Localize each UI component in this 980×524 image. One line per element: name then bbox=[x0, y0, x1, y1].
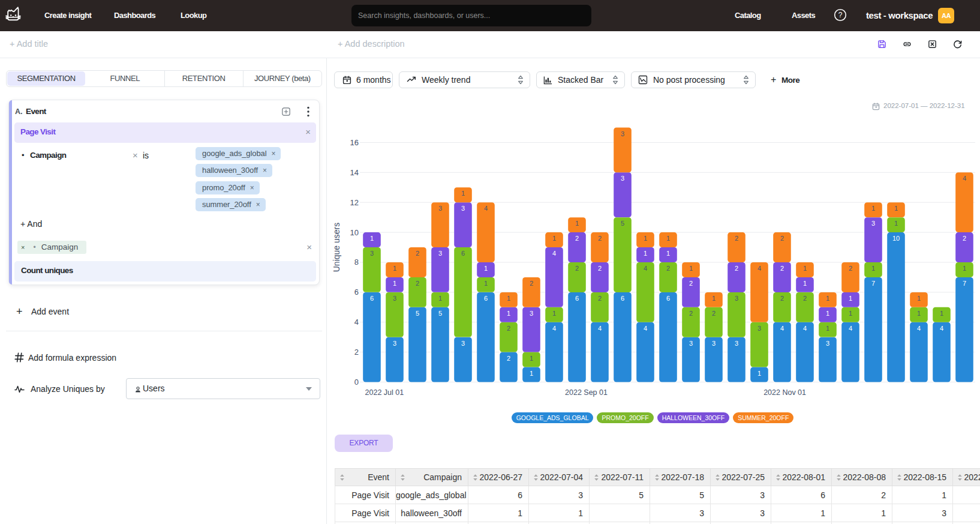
svg-text:2: 2 bbox=[507, 325, 510, 332]
svg-text:2: 2 bbox=[666, 265, 670, 272]
svg-text:1: 1 bbox=[552, 235, 556, 242]
svg-text:1: 1 bbox=[666, 250, 670, 257]
svg-text:3: 3 bbox=[757, 325, 761, 332]
svg-text:10: 10 bbox=[892, 235, 900, 242]
svg-text:10: 10 bbox=[350, 228, 359, 237]
svg-text:4: 4 bbox=[598, 325, 602, 332]
svg-text:4: 4 bbox=[849, 325, 852, 332]
svg-text:1: 1 bbox=[507, 295, 510, 302]
svg-text:1: 1 bbox=[871, 265, 875, 272]
svg-text:1: 1 bbox=[530, 355, 533, 362]
svg-text:3: 3 bbox=[712, 340, 716, 347]
svg-text:7: 7 bbox=[963, 280, 966, 287]
svg-text:1: 1 bbox=[666, 235, 670, 242]
svg-text:2022 Nov 01: 2022 Nov 01 bbox=[763, 388, 806, 397]
svg-text:5: 5 bbox=[621, 220, 624, 227]
svg-text:1: 1 bbox=[438, 295, 442, 302]
svg-text:3: 3 bbox=[461, 340, 465, 347]
svg-text:16: 16 bbox=[350, 138, 359, 147]
svg-text:?: ? bbox=[838, 11, 843, 19]
svg-text:2: 2 bbox=[575, 235, 579, 242]
svg-text:4: 4 bbox=[552, 250, 556, 257]
svg-text:4: 4 bbox=[484, 205, 488, 212]
svg-text:1: 1 bbox=[552, 310, 556, 317]
svg-text:3: 3 bbox=[438, 250, 442, 257]
svg-text:4: 4 bbox=[552, 325, 556, 332]
svg-text:6: 6 bbox=[621, 295, 624, 302]
svg-text:6: 6 bbox=[370, 295, 374, 302]
svg-text:2: 2 bbox=[712, 310, 716, 317]
svg-text:5: 5 bbox=[438, 310, 442, 317]
svg-text:6: 6 bbox=[575, 295, 579, 302]
svg-text:1: 1 bbox=[644, 235, 647, 242]
svg-text:2: 2 bbox=[689, 310, 693, 317]
svg-text:3: 3 bbox=[461, 205, 465, 212]
svg-text:2: 2 bbox=[416, 250, 419, 257]
svg-text:2: 2 bbox=[849, 265, 852, 272]
svg-text:2: 2 bbox=[416, 280, 419, 287]
svg-text:3: 3 bbox=[871, 220, 875, 227]
svg-text:1: 1 bbox=[757, 370, 761, 377]
svg-text:2: 2 bbox=[598, 235, 602, 242]
svg-text:2: 2 bbox=[803, 295, 807, 302]
svg-text:2022 Sep 01: 2022 Sep 01 bbox=[565, 388, 608, 397]
svg-text:3: 3 bbox=[393, 295, 396, 302]
svg-text:12: 12 bbox=[350, 198, 359, 207]
svg-text:4: 4 bbox=[780, 325, 784, 332]
svg-text:4: 4 bbox=[644, 325, 647, 332]
svg-text:1: 1 bbox=[826, 310, 829, 317]
svg-text:2: 2 bbox=[735, 265, 738, 272]
svg-text:2: 2 bbox=[735, 235, 738, 242]
svg-text:1: 1 bbox=[849, 310, 852, 317]
svg-text:1: 1 bbox=[644, 250, 647, 257]
svg-text:1: 1 bbox=[826, 325, 829, 332]
svg-text:1: 1 bbox=[370, 235, 374, 242]
svg-text:1: 1 bbox=[871, 205, 875, 212]
svg-text:7: 7 bbox=[871, 280, 875, 287]
svg-text:3: 3 bbox=[370, 250, 374, 257]
svg-text:1: 1 bbox=[484, 280, 488, 287]
svg-text:1: 1 bbox=[393, 280, 396, 287]
svg-text:1: 1 bbox=[393, 265, 396, 272]
svg-text:2: 2 bbox=[780, 265, 784, 272]
svg-text:3: 3 bbox=[530, 310, 533, 317]
svg-text:1: 1 bbox=[826, 295, 829, 302]
svg-text:4: 4 bbox=[963, 175, 966, 182]
svg-text:4: 4 bbox=[917, 325, 921, 332]
svg-text:2: 2 bbox=[598, 295, 602, 302]
svg-text:2: 2 bbox=[780, 235, 784, 242]
svg-text:1: 1 bbox=[461, 190, 465, 197]
svg-text:2022 Jul 01: 2022 Jul 01 bbox=[365, 388, 404, 397]
svg-text:3: 3 bbox=[621, 175, 624, 182]
svg-text:3: 3 bbox=[438, 205, 442, 212]
svg-text:2: 2 bbox=[689, 280, 693, 287]
svg-text:1: 1 bbox=[917, 310, 921, 317]
svg-text:1: 1 bbox=[849, 295, 852, 302]
svg-text:3: 3 bbox=[393, 340, 396, 347]
svg-text:6: 6 bbox=[354, 288, 359, 297]
svg-text:3: 3 bbox=[735, 295, 738, 302]
svg-text:1: 1 bbox=[894, 205, 898, 212]
svg-text:4: 4 bbox=[644, 265, 647, 272]
svg-text:2: 2 bbox=[963, 235, 966, 242]
svg-text:Unique users: Unique users bbox=[332, 223, 341, 273]
svg-text:3: 3 bbox=[735, 340, 738, 347]
svg-text:14: 14 bbox=[350, 168, 359, 177]
svg-text:3: 3 bbox=[826, 340, 829, 347]
svg-text:1: 1 bbox=[917, 295, 921, 302]
svg-text:1: 1 bbox=[484, 265, 488, 272]
svg-text:2: 2 bbox=[780, 295, 784, 302]
svg-text:1: 1 bbox=[803, 280, 807, 287]
svg-text:2: 2 bbox=[507, 355, 510, 362]
svg-text:1: 1 bbox=[940, 310, 943, 317]
svg-text:3: 3 bbox=[621, 130, 624, 137]
svg-text:1: 1 bbox=[507, 310, 510, 317]
svg-text:4: 4 bbox=[803, 325, 807, 332]
svg-text:1: 1 bbox=[575, 220, 579, 227]
svg-text:4: 4 bbox=[940, 325, 943, 332]
svg-text:2: 2 bbox=[354, 348, 359, 357]
svg-text:6: 6 bbox=[461, 250, 465, 257]
svg-text:0: 0 bbox=[354, 378, 359, 387]
svg-text:6: 6 bbox=[484, 295, 488, 302]
svg-text:1: 1 bbox=[712, 295, 716, 302]
